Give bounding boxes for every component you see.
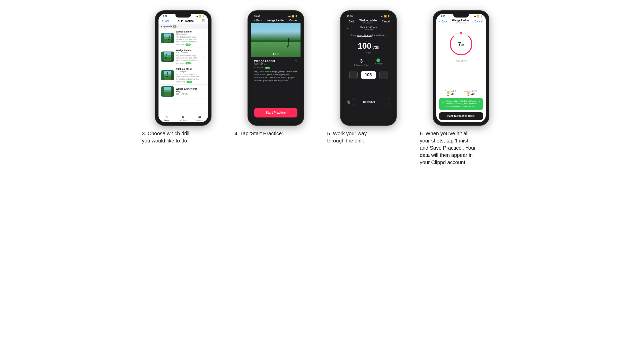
phone-6-screen: 13:03 ▪▪▪ 📶 🔋 < Back Wedge Ladder [436,14,486,122]
star-icon-2[interactable]: ☆ [203,55,205,58]
trash-btn-5[interactable]: 🗑 [347,100,350,104]
target-yds-row-5: 100 yds [346,41,391,51]
tab-home[interactable]: ⌂ Home [158,115,175,121]
phone-4-screen: 13:02 ▪▪▪ 📶 🔋 < Back Wedge Ladder Cancel [251,14,301,122]
status-bar-3: 13:02 ▪▪▪ 📶 🔋 [158,14,208,18]
back-btn-6[interactable]: < Back [439,20,447,23]
svg-rect-2 [164,37,171,39]
svg-point-19 [167,72,168,73]
drill-item-2[interactable]: Wedge Ladder 100–140 yds Play 1 shot at … [158,47,208,66]
back-btn-3[interactable]: < Back [162,20,170,22]
tab-activities[interactable]: ♻ Activities [175,115,191,121]
svg-line-28 [288,40,289,44]
prev-arrow-5[interactable]: ← [346,27,350,31]
drill-info-2: Wedge Ladder 100–140 yds Play 1 shot at … [176,49,201,64]
drill-meta-1: ⏱ 9 shots APP [176,44,201,46]
star-icon-card-4[interactable]: ☆ [295,59,297,62]
toast-check-icon: ✓ [442,100,444,104]
tab-bar-3: ⌂ Home ♻ Activities ⊕ Capture [158,114,208,122]
time-4: 13:02 [254,15,260,18]
svg-point-11 [166,54,167,55]
cancel-btn-6[interactable]: Cancel [474,20,482,23]
star-icon-3[interactable]: ☆ [203,74,205,77]
home-icon: ⌂ [165,115,167,119]
increment-btn-5[interactable]: + [379,71,387,79]
star-icon-4[interactable]: ☆ [203,90,205,93]
phone-4: 13:02 ▪▪▪ 📶 🔋 < Back Wedge Ladder Cancel [248,10,304,126]
back-btn-4[interactable]: < Back [254,19,262,22]
nav-title-4: Wedge Ladder [267,19,285,22]
drill-item-4[interactable]: Wedge & Short Iron Play 100–140 yds ☆ [158,85,208,98]
svg-rect-18 [164,74,171,76]
drill-name-1: Wedge Ladder [176,30,201,33]
card-shots-4: ⏱ 9 shots [254,66,263,69]
card-name-4: Wedge Ladder 100–140 yds [254,59,275,65]
drill-name-2: Wedge Ladder [176,49,201,52]
cancel-btn-4[interactable]: Cancel [289,19,297,22]
success-toast-6: ✓ 'Wedge Ladder (100–140 yds)' was creat… [439,98,483,110]
tab-capture[interactable]: ⊕ Capture [191,115,208,121]
notch-5 [361,14,376,18]
diff-val-5: 3 [354,58,368,64]
star-icon-1[interactable]: ☆ [203,37,205,39]
card-desc-4: Play 1 shot at each target yardage. If y… [254,70,297,82]
start-practice-btn[interactable]: Start Practice [254,108,297,117]
page-container: 13:02 ▪▪▪ 📶 🔋 < Back APP Practice ☰ [142,10,502,166]
status-icons-4: ▪▪▪ 📶 🔋 [288,15,297,18]
drill-info-4: Wedge & Short Iron Play 100–140 yds [176,88,201,95]
phone-3-wrapper: 13:02 ▪▪▪ 📶 🔋 < Back APP Practice ☰ [155,10,211,126]
phone-5-wrapper: 13:03 ▪▪▪ 📶 🔋 < Back Wedge Ladder [340,10,397,126]
drill-info-1: Wedge Ladder 50–100 yds Play 1 shot at e… [176,30,201,46]
phone-section-4: 13:02 ▪▪▪ 📶 🔋 < Back Wedge Ladder Cancel [235,10,317,137]
app-badge-3: APP [187,81,192,83]
drill-desc-1: Play 1 shot at each target yardage. If y… [176,36,201,43]
nav-title-5: Wedge Ladder 06 Mar 2023 [359,19,377,24]
decrement-btn-5[interactable]: − [349,71,358,79]
shot-label-5: Shot 1, 100 yds [360,26,377,29]
drill-name-4: Wedge & Short Iron Play [176,88,201,93]
status-icons-3: ▪▪▪ 📶 🔋 [196,15,205,18]
next-arrow-icon-5: → [377,100,380,104]
hit-target-dot-5 [376,58,380,62]
pb-row-6: Previous PB 🏆 -/9 Last month PB 🏆 -/9 [436,88,486,98]
drill-thumb-img-4 [161,86,174,97]
status-icons-5: ▪▪▪ 📶 🔋 [381,15,390,18]
phone-3: 13:02 ▪▪▪ 📶 🔋 < Back APP Practice ☰ [155,10,211,126]
app-badge-card-4: APP [265,67,270,69]
tab-activities-label: Activities [180,119,187,121]
menu-icon-3[interactable]: ☰ [202,19,205,23]
drill-item-3[interactable]: Pitching String 55–100 yds Hit 1 shot at… [158,66,208,85]
svg-line-30 [287,44,288,47]
drill-list-3[interactable]: Wedge Ladder 50–100 yds Play 1 shot at e… [158,29,208,114]
toast-text-6: 'Wedge Ladder (100–140 yds)' was created… [446,100,477,108]
yds-input-5[interactable]: 103 [361,71,376,79]
card-dist-4: 100–140 yds [254,63,275,65]
phone-4-wrapper: 13:02 ▪▪▪ 📶 🔋 < Back Wedge Ladder Cancel [248,10,304,126]
app-badge-2: APP [186,62,191,64]
dot-3 [277,53,279,55]
toast-close-btn[interactable]: ✕ [479,100,481,103]
target-label-5: Target [346,51,391,54]
time-6: 13:03 [439,15,445,18]
drill-item-1[interactable]: Wedge Ladder 50–100 yds Play 1 shot at e… [158,29,208,47]
diff-label-5: Difference (yds) [354,64,368,66]
nav-bar-4: < Back Wedge Ladder Cancel [251,18,301,23]
score-circle-6: 7/9 [448,31,474,57]
next-arrow-5[interactable]: → [387,27,391,31]
caption-4: 4. Tap 'Start Practice'. [235,130,284,137]
capture-icon: ⊕ [198,115,201,119]
section-badge-3: 7 [173,25,177,28]
back-btn-5[interactable]: < Back [347,20,355,23]
caption-6: 6. When you've hit all your shots, tap '… [420,130,477,166]
next-shot-btn-5[interactable]: Next Shot → [353,98,390,106]
back-to-drills-btn[interactable]: Back to Practice Drills [439,112,483,120]
prev-pb-box-6: Previous PB 🏆 -/9 [445,90,456,96]
notch-6 [453,14,469,18]
cancel-btn-5[interactable]: Cancel [382,20,390,23]
score-section-6: 7/9 Total Score [436,25,486,88]
prev-pb-label-6: Previous PB [445,90,456,92]
svg-point-34 [460,32,462,34]
nav-bar-3: < Back APP Practice ☰ [158,18,208,24]
caption-5: 5. Work your way through the drill. [327,130,384,144]
time-5: 13:03 [347,15,353,18]
